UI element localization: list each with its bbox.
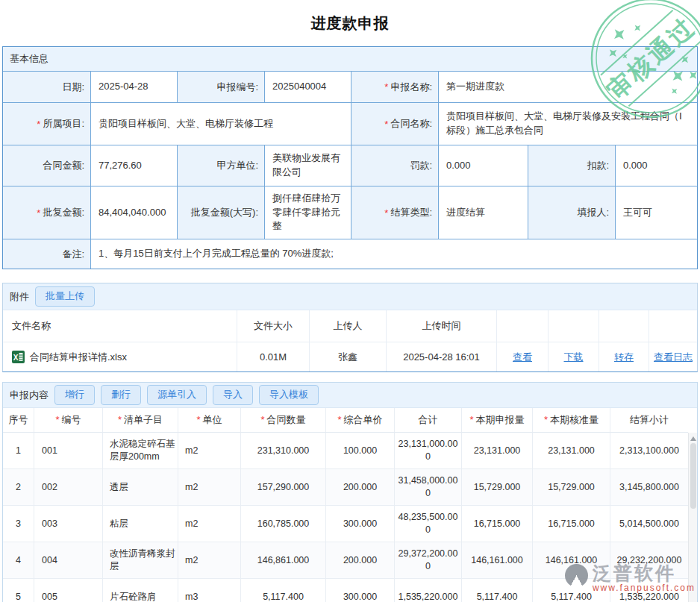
attachment-uploader: 张鑫: [310, 342, 387, 371]
declaration-cell: 160,785.000: [241, 506, 326, 542]
project-value: 贵阳项目样板间、大堂、电梯厅装修工程: [91, 103, 351, 145]
declaration-cell: 231,310.000: [241, 433, 326, 469]
remark-value: 1、每月15日前支付上个月完成工程总量的 70%进度款;: [91, 239, 697, 269]
attachment-action-cell: 转存: [599, 342, 649, 371]
import-template-button[interactable]: 导入模板: [259, 385, 319, 405]
declaration-cell: 200.000: [326, 542, 395, 579]
basic-info-form: 日期: 2025-04-28 申报编号: 2025040004 *申报名称: 第…: [3, 72, 697, 269]
required-icon: *: [37, 119, 40, 130]
import-button[interactable]: 导入: [213, 385, 253, 405]
declaration-cell: m2: [178, 506, 241, 542]
declaration-panel: 申报内容 增行 删行 源单引入 导入 导入模板 序号*编号*清单子目*单位*合同…: [2, 382, 698, 602]
declaration-cell: 29,372,200.000: [395, 542, 462, 579]
action-column-header: [549, 310, 599, 342]
declaration-no-label: 申报编号:: [178, 72, 265, 103]
declaration-table: 序号*编号*清单子目*单位*合同数量*综合单价合计*本期申报量*本期核准量结算小…: [3, 408, 697, 602]
required-icon: *: [384, 119, 388, 130]
download-link[interactable]: 下载: [564, 351, 584, 364]
delete-row-button[interactable]: 删行: [101, 385, 141, 405]
declaration-cell: 2: [3, 469, 34, 506]
batch-upload-button[interactable]: 批量上传: [35, 286, 95, 307]
declaration-cell: 29,232,200.000: [610, 542, 688, 579]
required-icon: *: [196, 413, 200, 427]
penalty-label: 罚款:: [351, 145, 439, 186]
required-icon: *: [37, 207, 40, 219]
declaration-cell: 31,458,000.000: [395, 469, 462, 506]
scrollbar-thumb[interactable]: [690, 443, 696, 509]
add-row-button[interactable]: 增行: [54, 385, 95, 405]
attachment-action-cell: 查看: [497, 342, 549, 371]
declaration-cell: 片石砼路肩: [103, 579, 178, 602]
declaration-cell: 5,117.400: [241, 579, 326, 602]
declaration-section-title: 申报内容: [10, 389, 49, 402]
column-header-7: 合计: [395, 408, 462, 433]
declaration-row: 4004改性沥青稀浆封层m2146,861.000200.00029,372,2…: [3, 542, 688, 579]
declaration-cell: 3: [3, 506, 34, 542]
declaration-row: 5005片石砼路肩m35,117.400300.0001,535,220.000…: [3, 579, 688, 602]
declaration-cell: m2: [178, 469, 241, 506]
source-import-button[interactable]: 源单引入: [147, 385, 207, 405]
filler-value: 王可可: [616, 186, 697, 239]
declaration-cell: 48,235,500.000: [395, 506, 462, 542]
contract-amount-value: 77,276.60: [91, 145, 178, 186]
attachment-file-name: X 合同结算申报详情.xlsx: [3, 342, 237, 371]
required-icon: *: [260, 413, 264, 427]
deduction-label: 扣款:: [528, 145, 616, 186]
scroll-up-icon[interactable]: [690, 436, 696, 441]
attachment-row: X 合同结算申报详情.xlsx 0.01M 张鑫 2025-04-28 16:0…: [3, 342, 697, 371]
deduction-value: 0.000: [616, 145, 697, 186]
declaration-table-body: 1001水泥稳定碎石基层厚200mmm2231,310.000100.00023…: [3, 433, 697, 602]
declaration-cell: 2,313,100.000: [610, 433, 688, 469]
approved-amount-label: *批复金额:: [3, 186, 91, 239]
settle-type-value: 进度结算: [439, 186, 528, 239]
declaration-cell: 200.000: [326, 469, 395, 506]
penalty-value: 0.000: [439, 145, 528, 186]
transfer-link[interactable]: 转存: [614, 351, 634, 364]
declaration-row: 1001水泥稳定碎石基层厚200mmm2231,310.000100.00023…: [3, 433, 688, 469]
party-a-label: 甲方单位:: [178, 145, 265, 186]
column-header-9: *本期核准量: [533, 408, 610, 433]
declaration-cell: 5,117.400: [533, 579, 610, 602]
file-size-column-header: 文件大小: [237, 310, 310, 342]
date-value: 2025-04-28: [91, 72, 178, 103]
declaration-cell: m3: [178, 579, 241, 602]
attachment-action-cell: 下载: [549, 342, 599, 371]
declaration-row: 2002透层m2157,290.000200.00031,458,000.000…: [3, 469, 688, 506]
filler-label: 填报人:: [528, 186, 616, 239]
column-header-3: *清单子目: [103, 408, 178, 433]
action-column-header: [599, 310, 649, 342]
excel-file-icon: X: [12, 351, 25, 363]
declaration-cell: 3,145,800.000: [610, 469, 688, 506]
declaration-cell: 15,729.000: [462, 469, 533, 506]
declaration-cell: 146,161.000: [533, 542, 610, 579]
declaration-row: 3003粘层m2160,785.000300.00048,235,500.000…: [3, 506, 688, 542]
column-header-5: *合同数量: [241, 408, 326, 433]
declaration-no-value: 2025040004: [265, 72, 351, 103]
column-header-4: *单位: [178, 408, 241, 433]
view-link[interactable]: 查看: [513, 351, 532, 364]
required-icon: *: [544, 413, 548, 427]
declaration-table-head: 序号*编号*清单子目*单位*合同数量*综合单价合计*本期申报量*本期核准量结算小…: [3, 408, 688, 433]
declaration-section-header: 申报内容 增行 删行 源单引入 导入 导入模板: [3, 383, 697, 408]
approved-words-value: 捌仟肆佰肆拾万零肆仟零肆拾元整: [265, 186, 351, 239]
svg-text:X: X: [13, 354, 19, 362]
declaration-cell: 水泥稳定碎石基层厚200mm: [103, 433, 178, 469]
approved-amount-value: 84,404,040.000: [91, 186, 178, 239]
view-log-link[interactable]: 查看日志: [654, 351, 693, 364]
table-scrollbar[interactable]: [688, 433, 697, 602]
action-column-header: [649, 310, 697, 342]
attachment-action-cell: 查看日志: [649, 342, 697, 371]
declaration-cell: 23,131.000: [462, 433, 533, 469]
declaration-cell: m2: [178, 542, 241, 579]
attachments-table-header: 文件名称 文件大小 上传人 上传时间: [3, 310, 697, 342]
declaration-cell: 15,729.000: [533, 469, 610, 506]
declaration-cell: 157,290.000: [241, 469, 326, 506]
declaration-cell: 透层: [103, 469, 178, 506]
declaration-cell: 23,131,000.000: [395, 433, 462, 469]
declaration-cell: 001: [34, 433, 103, 469]
declaration-cell: 改性沥青稀浆封层: [103, 542, 178, 579]
declaration-cell: 004: [34, 542, 103, 579]
action-column-header: [497, 310, 549, 342]
required-icon: *: [55, 413, 59, 427]
contract-amount-label: 合同金额:: [3, 145, 91, 186]
